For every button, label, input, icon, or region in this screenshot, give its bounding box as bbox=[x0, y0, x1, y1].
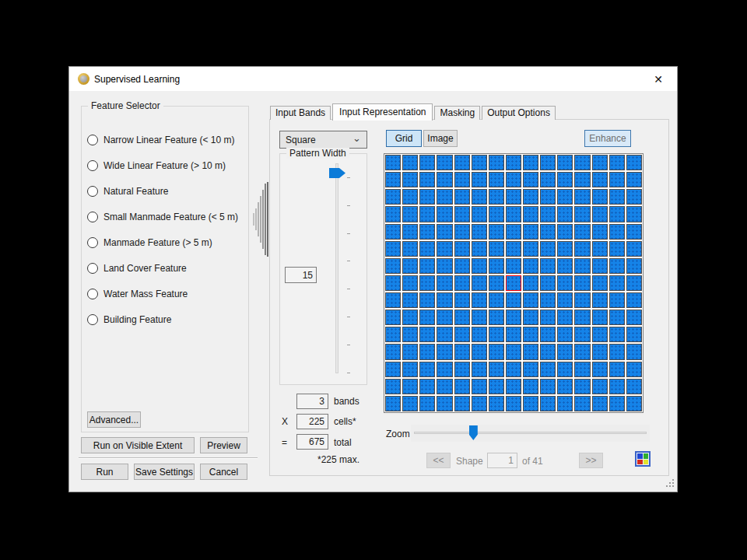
grid-cell[interactable] bbox=[489, 258, 504, 274]
grid-cell[interactable] bbox=[592, 292, 608, 308]
grid-cell[interactable] bbox=[489, 206, 504, 222]
grid-cell[interactable] bbox=[609, 206, 625, 222]
grid-cell[interactable] bbox=[557, 344, 573, 359]
radio-water-mass[interactable]: Water Mass Feature bbox=[87, 289, 188, 299]
grid-cell[interactable] bbox=[454, 258, 470, 274]
grid-cell[interactable] bbox=[385, 292, 401, 308]
grid-cell[interactable] bbox=[454, 241, 470, 257]
grid-cell[interactable] bbox=[454, 310, 470, 325]
grid-cell[interactable] bbox=[557, 206, 573, 222]
grid-cell[interactable] bbox=[385, 206, 401, 222]
radio-building[interactable]: Building Feature bbox=[87, 314, 171, 325]
grid-cell[interactable] bbox=[609, 189, 625, 205]
radio-icon[interactable] bbox=[87, 212, 98, 222]
grid-cell[interactable] bbox=[609, 172, 625, 187]
grid-cell[interactable] bbox=[472, 241, 487, 257]
grid-cell[interactable] bbox=[592, 379, 608, 394]
grid-cell[interactable] bbox=[609, 396, 625, 411]
grid-cell[interactable] bbox=[557, 172, 573, 187]
grid-cell[interactable] bbox=[472, 275, 487, 291]
grid-cell[interactable] bbox=[506, 344, 521, 359]
grid-cell[interactable] bbox=[592, 189, 608, 205]
radio-icon[interactable] bbox=[87, 160, 98, 171]
zoom-slider-thumb[interactable] bbox=[469, 425, 478, 440]
grid-cell[interactable] bbox=[557, 224, 573, 240]
radio-wide-linear[interactable]: Wide Linear Feature (> 10 m) bbox=[87, 160, 226, 171]
bands-value-field[interactable]: 3 bbox=[296, 394, 328, 409]
grid-cell[interactable] bbox=[402, 327, 418, 342]
grid-cell[interactable] bbox=[419, 362, 435, 377]
grid-cell[interactable] bbox=[523, 344, 538, 359]
grid-cell[interactable] bbox=[523, 206, 538, 222]
grid-cell[interactable] bbox=[472, 396, 487, 411]
preview-button[interactable]: Preview bbox=[200, 437, 247, 453]
grid-cell[interactable] bbox=[489, 189, 504, 205]
grid-cell[interactable] bbox=[385, 258, 401, 274]
grid-cell[interactable] bbox=[419, 327, 435, 342]
grid-cell[interactable] bbox=[454, 189, 470, 205]
grid-cell[interactable] bbox=[609, 155, 625, 170]
next-shape-button[interactable]: >> bbox=[579, 453, 603, 468]
grid-cell[interactable] bbox=[574, 396, 590, 411]
grid-cell[interactable] bbox=[489, 344, 504, 359]
grid-cell[interactable] bbox=[506, 258, 521, 274]
zoom-slider[interactable] bbox=[411, 425, 650, 442]
grid-cell[interactable] bbox=[574, 241, 590, 257]
grid-cell[interactable] bbox=[523, 224, 538, 240]
grid-cell[interactable] bbox=[540, 292, 556, 308]
grid-cell[interactable] bbox=[506, 155, 521, 170]
grid-cell[interactable] bbox=[385, 327, 401, 342]
grid-cell[interactable] bbox=[506, 362, 521, 377]
grid-cell[interactable] bbox=[540, 189, 556, 205]
grid-cell[interactable] bbox=[506, 379, 521, 394]
grid-cell[interactable] bbox=[419, 292, 435, 308]
grid-cell[interactable] bbox=[489, 327, 504, 342]
grid-cell[interactable] bbox=[609, 344, 625, 359]
grid-cell[interactable] bbox=[454, 292, 470, 308]
grid-cell[interactable] bbox=[506, 224, 521, 240]
grid-cell[interactable] bbox=[626, 396, 642, 411]
grid-cell[interactable] bbox=[574, 224, 590, 240]
grid-cell[interactable] bbox=[592, 155, 608, 170]
grid-cell[interactable] bbox=[385, 379, 401, 394]
grid-cell[interactable] bbox=[437, 344, 452, 359]
grid-cell[interactable] bbox=[523, 292, 538, 308]
previous-shape-button[interactable]: << bbox=[426, 453, 451, 468]
grid-cell[interactable] bbox=[557, 275, 573, 291]
radio-small-manmade[interactable]: Small Manmade Feature (< 5 m) bbox=[87, 212, 238, 222]
grid-cell[interactable] bbox=[557, 241, 573, 257]
image-view-button[interactable]: Image bbox=[423, 130, 458, 147]
grid-cell[interactable] bbox=[506, 189, 521, 205]
grid-cell[interactable] bbox=[540, 224, 556, 240]
grid-cell[interactable] bbox=[489, 155, 504, 170]
grid-cell-selected[interactable] bbox=[506, 275, 521, 291]
grid-cell[interactable] bbox=[557, 396, 573, 411]
close-icon[interactable]: ✕ bbox=[649, 72, 668, 87]
pattern-width-value-field[interactable]: 15 bbox=[285, 267, 317, 283]
radio-icon[interactable] bbox=[87, 186, 98, 197]
grid-cell[interactable] bbox=[574, 258, 590, 274]
title-bar[interactable]: Supervised Learning ✕ bbox=[69, 67, 677, 91]
grid-cell[interactable] bbox=[489, 224, 504, 240]
grid-cell[interactable] bbox=[540, 310, 556, 325]
enhance-button[interactable]: Enhance bbox=[584, 130, 631, 147]
grid-cell[interactable] bbox=[557, 155, 573, 170]
grid-cell[interactable] bbox=[437, 172, 452, 187]
grid-cell[interactable] bbox=[540, 172, 556, 187]
grid-cell[interactable] bbox=[489, 241, 504, 257]
grid-cell[interactable] bbox=[472, 155, 487, 170]
grid-cell[interactable] bbox=[437, 206, 452, 222]
grid-cell[interactable] bbox=[626, 241, 642, 257]
grid-cell[interactable] bbox=[574, 155, 590, 170]
grid-cell[interactable] bbox=[523, 241, 538, 257]
grid-cell[interactable] bbox=[489, 396, 504, 411]
shape-type-select[interactable]: Square ⌄ bbox=[279, 131, 367, 149]
grid-cell[interactable] bbox=[523, 189, 538, 205]
grid-cell[interactable] bbox=[385, 241, 401, 257]
grid-cell[interactable] bbox=[419, 310, 435, 325]
tab-masking[interactable]: Masking bbox=[434, 106, 480, 120]
grid-cell[interactable] bbox=[402, 379, 418, 394]
grid-cell[interactable] bbox=[592, 362, 608, 377]
grid-cell[interactable] bbox=[626, 258, 642, 274]
grid-cell[interactable] bbox=[454, 396, 470, 411]
